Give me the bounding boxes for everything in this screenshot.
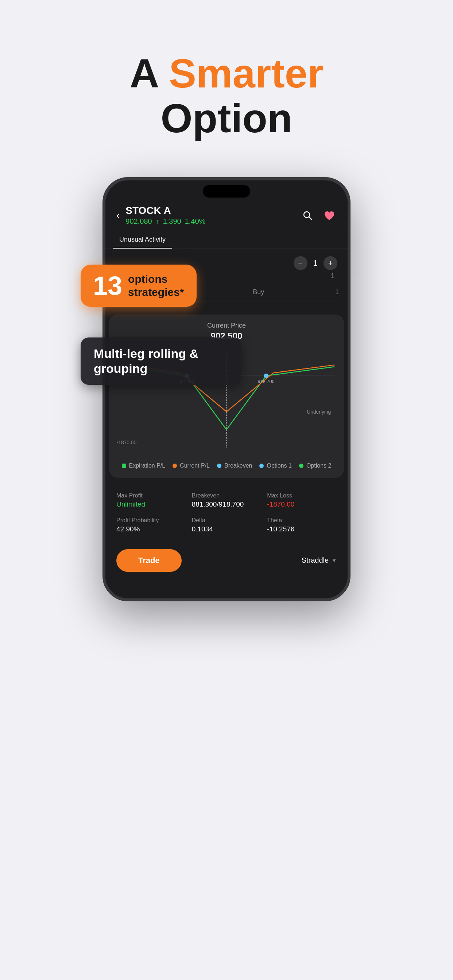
svg-point-10 [264,374,268,378]
phone-frame: ‹ STOCK A 902.080 ↑ 1.390 1.40% [102,177,351,601]
stat-delta: Delta 0.1034 [192,517,262,533]
badge-line1: options [128,273,184,286]
stock-change: 1.390 [163,217,181,226]
badge-multileg-text: Multi-leg rolling & grouping [94,346,228,376]
stats-grid: Max Profit Unlimited Breakeven 881.300/9… [116,492,337,533]
legend-current-label: Current P/L [180,463,210,469]
stat-theta-value: -10.2576 [267,525,337,533]
legend-breakeven-icon [217,464,222,468]
stock-header-right [300,208,337,223]
stat-max-loss-value: -1870.00 [267,500,337,508]
phone-section: 13 options strategies* Multi-leg rolling… [0,170,453,638]
qty-minus-button[interactable]: − [293,256,308,270]
option-qty: 1 [335,288,339,296]
hero-section: A Smarter Option [0,0,453,170]
stat-delta-value: 0.1034 [192,525,262,533]
hero-plain: A [129,51,158,96]
svg-line-1 [309,217,312,220]
search-icon[interactable] [300,208,315,223]
legend-expiration-icon [122,464,126,468]
strategy-label: Straddle [301,556,329,565]
back-button[interactable]: ‹ [116,210,120,221]
bottom-actions: Trade Straddle ▼ [105,542,348,586]
stock-info: STOCK A 902.080 ↑ 1.390 1.40% [126,205,205,226]
legend-options2-icon [299,464,303,468]
legend-expiration: Expiration P/L [122,463,166,469]
badge-13-strategies: 13 options strategies* [81,264,196,307]
phone-screen: ‹ STOCK A 902.080 ↑ 1.390 1.40% [105,197,348,598]
legend-options1-icon [259,464,264,468]
legend-options2: Options 2 [299,463,331,469]
stat-delta-label: Delta [192,517,262,524]
hero-line2: Option [161,95,292,141]
strategy-selector[interactable]: Straddle ▼ [301,556,337,565]
legend-breakeven: Breakeven [217,463,252,469]
favorite-icon[interactable] [322,208,337,223]
legend-options1-label: Options 1 [266,463,292,469]
legend-current-icon [172,464,177,468]
badge-text-block: options strategies* [128,273,184,299]
qty-value: 1 [313,258,318,268]
legend-options1: Options 1 [259,463,292,469]
svg-text:-1870.00: -1870.00 [117,439,137,445]
stat-breakeven: Breakeven 881.300/918.700 [192,492,262,508]
stat-theta: Theta -10.2576 [267,517,337,533]
hero-accent: Smarter [169,51,323,96]
stat-breakeven-value: 881.300/918.700 [192,500,262,508]
stat-max-loss: Max Loss -1870.00 [267,492,337,508]
stat-max-profit-value: Unlimited [116,500,186,508]
badge-line2: strategies* [128,286,184,299]
stock-name: STOCK A [126,205,205,216]
hero-title: A Smarter Option [29,51,424,141]
trade-button[interactable]: Trade [116,549,182,572]
legend-breakeven-label: Breakeven [224,463,252,469]
chart-title: Current Price [115,322,338,329]
stock-header: ‹ STOCK A 902.080 ↑ 1.390 1.40% [105,197,348,231]
stats-section: Max Profit Unlimited Breakeven 881.300/9… [105,484,348,542]
stock-price-line: 902.080 ↑ 1.390 1.40% [126,217,205,226]
dynamic-island [203,185,250,197]
stat-max-profit-label: Max Profit [116,492,186,499]
stat-max-profit: Max Profit Unlimited [116,492,186,508]
stock-header-left: ‹ STOCK A 902.080 ↑ 1.390 1.40% [116,205,205,226]
stat-theta-label: Theta [267,517,337,524]
tab-bar: Unusual Activity [105,231,348,249]
badge-multileg: Multi-leg rolling & grouping [81,337,241,385]
qty-label: 1 [331,272,335,280]
dropdown-arrow-icon: ▼ [332,558,337,563]
stat-profit-prob-value: 42.90% [116,525,186,533]
qty-plus-button[interactable]: + [324,256,337,270]
stat-max-loss-label: Max Loss [267,492,337,499]
svg-text:918.700: 918.700 [257,379,274,384]
stat-breakeven-label: Breakeven [192,492,262,499]
stat-profit-prob-label: Profit Probability [116,517,186,524]
tab-unusual-activity[interactable]: Unusual Activity [113,231,172,248]
phone-wrapper: 13 options strategies* Multi-leg rolling… [102,177,351,601]
stat-profit-prob: Profit Probability 42.90% [116,517,186,533]
legend-options2-label: Options 2 [306,463,331,469]
option-action: Buy [253,288,264,296]
stock-percent: 1.40% [185,217,206,226]
legend-current: Current P/L [172,463,210,469]
stock-price: 902.080 [126,217,152,226]
chart-legend: Expiration P/L Current P/L Breakeven [115,463,338,469]
svg-text:Underlying: Underlying [307,409,331,415]
badge-number: 13 [93,273,122,299]
legend-expiration-label: Expiration P/L [129,463,166,469]
stock-up-arrow: ↑ [156,217,160,226]
